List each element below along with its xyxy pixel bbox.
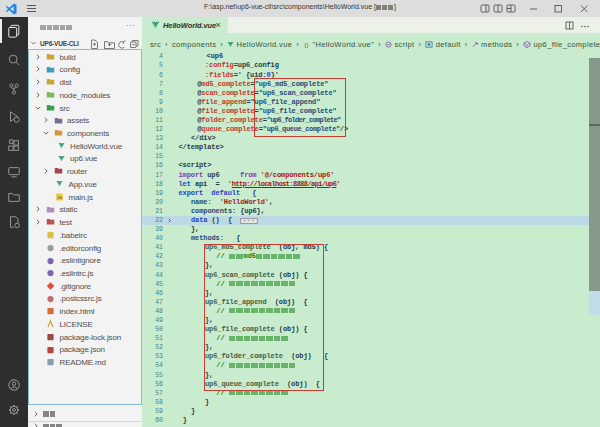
svg-text:JS: JS [57, 195, 62, 200]
svg-text:{}: {} [304, 41, 309, 48]
